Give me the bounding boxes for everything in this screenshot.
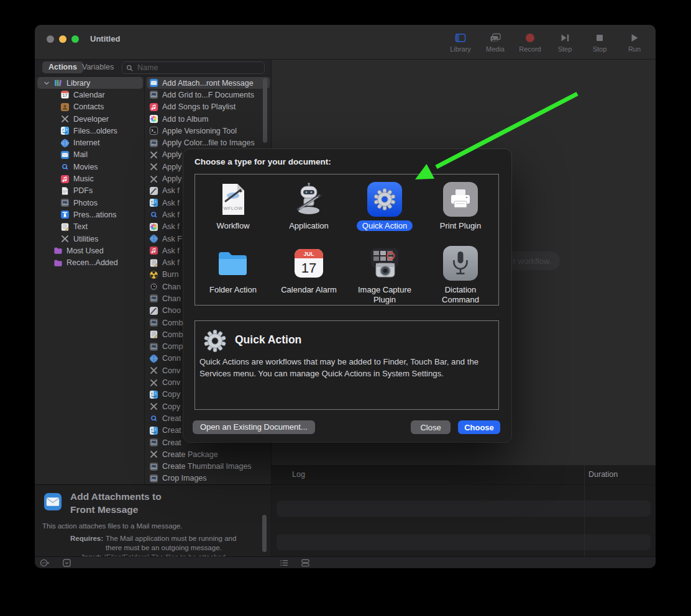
document-type-folder-action[interactable]: Folder Action xyxy=(195,238,271,305)
open-existing-document-button[interactable]: Open an Existing Document... xyxy=(193,420,315,434)
detail-description: Quick Actions are workflows that may be … xyxy=(199,356,495,379)
search-icon xyxy=(126,65,133,71)
big-folder[interactable] xyxy=(215,245,251,281)
sidebar-divider xyxy=(144,76,145,484)
sidebar-item-movies[interactable]: Movies xyxy=(37,161,143,173)
globe-icon xyxy=(149,354,158,363)
toolbar: LibraryMediaRecordStepStopRun xyxy=(448,28,647,57)
minimize-window-button[interactable] xyxy=(59,35,66,43)
run-icon xyxy=(628,32,641,43)
big-calendar[interactable]: JUL17 xyxy=(291,245,327,281)
big-printer[interactable] xyxy=(442,181,478,217)
sidebar-item-photos[interactable]: Photos xyxy=(37,197,143,209)
sidebar-item-developer[interactable]: Developer xyxy=(37,113,143,125)
choose-button[interactable]: Choose xyxy=(458,420,500,434)
action-list-item[interactable]: Apple Versioning Tool xyxy=(147,125,270,137)
gear-icon xyxy=(200,326,230,356)
toolbar-button-run[interactable]: Run xyxy=(622,28,647,57)
close-button[interactable]: Close xyxy=(411,420,451,434)
log-column-header[interactable]: Log xyxy=(292,465,305,484)
action-list-item[interactable]: Create Package xyxy=(147,448,270,460)
sidebar-item-pres-ations[interactable]: Pres...ations xyxy=(37,209,143,220)
sidebar-item-utilities[interactable]: Utilities xyxy=(37,233,143,245)
toolbar-button-stop[interactable]: Stop xyxy=(587,28,612,57)
zoom-window-button[interactable] xyxy=(71,35,79,43)
close-window-button[interactable] xyxy=(47,35,54,43)
sidebar-item-library[interactable]: Library xyxy=(37,77,143,89)
big-workflow[interactable]: WFLOW xyxy=(215,181,251,217)
log-panel: Log Duration xyxy=(272,465,656,556)
toolbar-button-record[interactable]: Record xyxy=(518,28,542,57)
tab-variables[interactable]: Variables xyxy=(76,61,120,73)
x-icon xyxy=(149,366,158,375)
x-icon xyxy=(149,150,158,160)
action-description-panel: Add Attachments to Front Message This ac… xyxy=(35,484,271,557)
sidebar-item-most-used[interactable]: Most Used xyxy=(37,245,143,256)
duration-column-header[interactable]: Duration xyxy=(588,465,618,484)
x-icon xyxy=(60,114,70,124)
photo-icon xyxy=(149,294,158,303)
sidebar-item-calendar[interactable]: 17Calendar xyxy=(37,89,143,101)
status-bar xyxy=(35,556,656,568)
finder-icon xyxy=(149,426,158,435)
sidebar-item-internet[interactable]: Internet xyxy=(37,137,143,148)
record-icon xyxy=(524,32,536,43)
mail-icon xyxy=(149,78,158,88)
sidebar-item-mail[interactable]: Mail xyxy=(37,149,143,161)
sidebar-item-files-olders[interactable]: Files...olders xyxy=(37,125,143,137)
clock-icon xyxy=(149,282,158,291)
document-type-calendar-alarm[interactable]: JUL17Calendar Alarm xyxy=(271,238,347,305)
big-mic[interactable] xyxy=(442,245,478,281)
sidebar-item-contacts[interactable]: Contacts xyxy=(37,101,143,113)
document-type-print-plugin[interactable]: Print Plugin xyxy=(423,174,498,238)
log-group-view-icon[interactable] xyxy=(301,558,310,568)
action-list-item[interactable]: Add to Album xyxy=(147,113,270,125)
media-drawer-toggle-icon[interactable] xyxy=(62,558,71,568)
sidebar-item-recen-added[interactable]: Recen...Added xyxy=(37,256,143,268)
globe-icon xyxy=(149,234,158,243)
toolbar-button-media[interactable]: Media xyxy=(483,28,508,57)
sidebar-item-pdfs[interactable]: PDFs xyxy=(37,185,143,197)
action-list-item[interactable]: Crop Images xyxy=(147,473,270,484)
chevron-down-icon[interactable] xyxy=(43,80,50,86)
sidebar-item-music[interactable]: Music xyxy=(37,173,143,184)
folder-icon xyxy=(53,258,63,268)
log-header: Log Duration xyxy=(272,465,656,485)
window-title: Untitled xyxy=(90,34,120,43)
document-type-image-capture-plugin[interactable]: Image Capture Plugin xyxy=(347,238,423,305)
action-list-item[interactable]: Apply Color...file to Images xyxy=(147,137,270,148)
document-type-dictation-command[interactable]: Dictation Command xyxy=(423,238,498,305)
svg-text:JUL: JUL xyxy=(303,251,314,257)
action-list-item[interactable]: Add Attach...ront Message xyxy=(147,77,270,89)
search-input[interactable] xyxy=(136,63,260,73)
finder-icon xyxy=(149,198,158,207)
more-options-icon[interactable] xyxy=(40,558,49,568)
search-field[interactable] xyxy=(122,61,265,74)
toolbar-button-library[interactable]: Library xyxy=(448,28,473,57)
mail-icon xyxy=(60,150,70,160)
text-icon xyxy=(149,258,158,268)
document-type-dialog: Choose a type for your document: WFLOWWo… xyxy=(183,149,511,442)
big-capture[interactable] xyxy=(367,245,403,281)
action-list-item[interactable]: Add Songs to Playlist xyxy=(147,101,270,113)
actions-list-scrollbar[interactable] xyxy=(263,78,267,143)
action-list-item[interactable]: Add Grid to...F Documents xyxy=(147,89,270,101)
big-gear[interactable] xyxy=(367,181,403,217)
document-type-quick-action[interactable]: Quick Action xyxy=(347,174,423,238)
description-scrollbar[interactable] xyxy=(262,515,267,552)
sidebar-item-text[interactable]: Text xyxy=(37,221,143,233)
log-column-divider[interactable] xyxy=(584,465,585,556)
document-type-application[interactable]: Application xyxy=(271,174,347,238)
text-icon xyxy=(60,222,70,232)
toolbar-button-step[interactable]: Step xyxy=(552,28,577,57)
x-icon xyxy=(149,162,158,171)
contacts-icon xyxy=(60,102,70,112)
pdf-icon xyxy=(60,186,70,196)
document-type-workflow[interactable]: WFLOWWorkflow xyxy=(195,174,271,238)
qt-icon xyxy=(149,210,158,219)
photo-icon xyxy=(149,474,158,483)
big-robot[interactable] xyxy=(291,181,327,217)
action-list-item[interactable]: Create Thumbnail Images xyxy=(147,461,270,473)
log-list-view-icon[interactable] xyxy=(280,558,289,568)
photo-icon xyxy=(149,318,158,327)
